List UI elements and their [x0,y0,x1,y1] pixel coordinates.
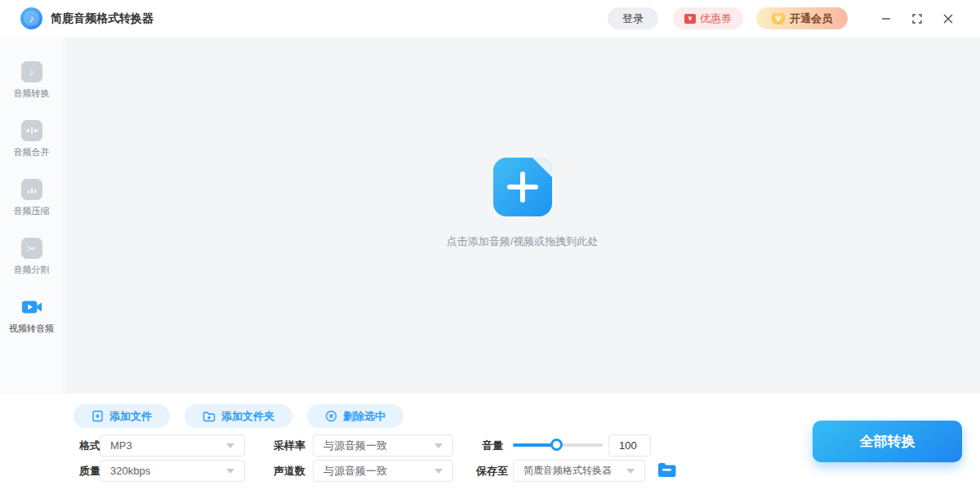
chevron-down-icon [226,443,234,448]
compress-icon [21,179,42,200]
remove-circle-icon [325,410,337,422]
music-note-icon: ♪ [21,61,42,82]
drop-zone-hint: 点击添加音频/视频或拖拽到此处 [447,234,599,249]
sidebar-item-video-to-audio[interactable]: 视频转音频 [9,296,54,335]
add-folder-button[interactable]: 添加文件夹 [185,404,292,428]
app-logo-icon: ♪ [20,7,42,29]
chevron-down-icon [434,443,443,448]
channels-select[interactable]: 与源音频一致 [313,460,453,482]
add-file-button[interactable]: 添加文件 [74,404,170,428]
app-title: 简鹿音频格式转换器 [51,11,154,26]
close-button[interactable] [933,7,964,31]
close-icon [943,14,953,24]
minimize-icon [881,14,891,24]
chevron-down-icon [226,469,234,474]
volume-slider[interactable] [513,443,603,447]
format-label: 格式 [79,434,100,457]
file-plus-icon [91,410,104,422]
folder-plus-icon [203,411,216,422]
vip-membership-button[interactable]: V 开通会员 [756,7,848,29]
volume-label: 音量 [482,434,503,457]
folder-icon [657,462,676,478]
file-drop-zone[interactable]: 点击添加音频/视频或拖拽到此处 [65,37,980,394]
add-file-plus-icon[interactable] [493,158,552,216]
login-button[interactable]: 登录 [608,7,658,29]
vip-crown-icon: V [772,13,785,24]
browse-folder-button[interactable] [657,462,676,481]
chevron-down-icon [434,469,443,474]
format-select[interactable]: MP3 [100,434,245,457]
maximize-icon [912,14,922,24]
sidebar: ♪ 音频转换 音频合并 音频压缩 ✂ 音频分割 视频转音频 [0,37,64,394]
slider-thumb[interactable] [550,439,563,451]
scissors-icon: ✂ [21,238,42,259]
convert-all-button[interactable]: 全部转换 [813,421,962,462]
quality-select[interactable]: 320kbps [100,460,245,482]
video-camera-icon [21,296,42,318]
chevron-down-icon [626,469,635,474]
delete-selected-button[interactable]: 删除选中 [307,404,403,428]
sidebar-item-audio-split[interactable]: ✂ 音频分割 [14,238,50,276]
volume-value-input[interactable]: 100 [608,434,651,457]
sidebar-item-audio-merge[interactable]: 音频合并 [14,120,50,158]
maximize-button[interactable] [902,7,933,31]
sidebar-item-audio-compress[interactable]: 音频压缩 [14,179,50,217]
coupon-ticket-icon: ¥ [684,14,696,24]
coupon-button[interactable]: ¥ 优惠券 [673,7,743,29]
sidebar-item-audio-convert[interactable]: ♪ 音频转换 [14,61,50,100]
sample-rate-label: 采样率 [274,434,305,457]
minimize-button[interactable] [871,7,902,31]
merge-icon [21,120,42,141]
channels-label: 声道数 [274,460,305,482]
titlebar: ♪ 简鹿音频格式转换器 登录 ¥ 优惠券 V 开通会员 [0,0,980,37]
sample-rate-select[interactable]: 与源音频一致 [313,434,453,457]
save-to-label: 保存至 [476,460,508,482]
save-to-select[interactable]: 简鹿音频格式转换器 [513,460,645,482]
quality-label: 质量 [79,460,100,482]
